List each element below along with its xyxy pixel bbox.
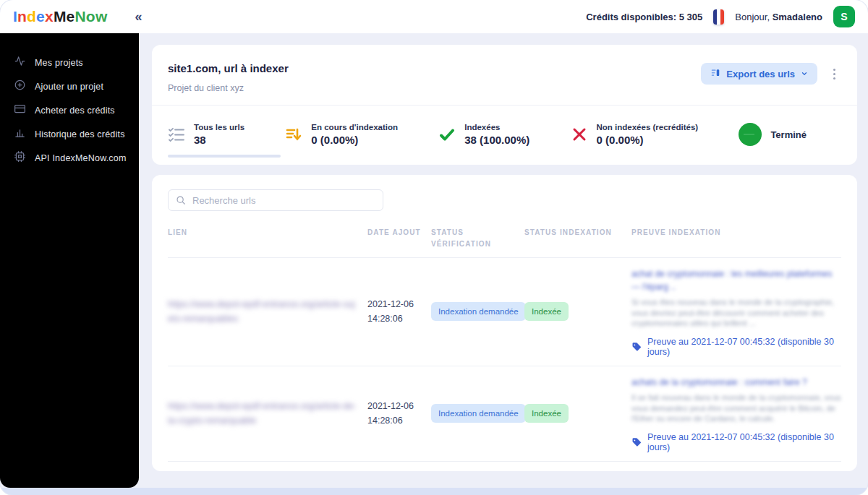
date-ajout-cell: 2021-12-0614:28:06 — [367, 390, 431, 436]
column-header-status-verification: Status vérification — [431, 227, 524, 250]
cross-icon — [571, 126, 588, 143]
proof-excerpt-redacted: Il se fait nouveau dans le monde de la c… — [631, 392, 841, 424]
sidebar-item-historique-credits[interactable]: Historique des crédits — [0, 122, 139, 146]
proof-title-redacted: achat de cryptomonnaie : les meilleures … — [631, 267, 841, 293]
proof-excerpt-redacted: Si vous êtes nouveau dans le monde de la… — [631, 297, 841, 329]
logo-letter: o — [86, 8, 95, 25]
cpu-icon — [14, 151, 25, 165]
credit-card-icon — [14, 103, 25, 117]
column-header-date-ajout: Date ajout — [367, 227, 431, 250]
search-box — [168, 189, 383, 211]
logo-letter: N — [75, 8, 85, 25]
status-indexation-badge: Indexée — [524, 302, 569, 321]
table-header: Lien Date ajout Status vérification Stat… — [168, 227, 841, 258]
table-row: https://www.depot-epdf-entrance.org/arti… — [168, 366, 841, 462]
proof-title-redacted: achats de la cryptomonnaie : comment fai… — [631, 376, 841, 389]
plus-circle-icon — [14, 79, 25, 93]
preuve-indexation-cell: achat de cryptomonnaie : les meilleures … — [631, 258, 841, 366]
sidebar-item-label: Acheter des crédits — [35, 106, 115, 116]
tag-icon — [631, 342, 642, 352]
column-header-status-indexation: Status indexation — [524, 227, 631, 250]
sidebar-item-ajouter-projet[interactable]: Ajouter un projet — [0, 74, 139, 98]
status-indexation-badge: Indexée — [524, 404, 569, 423]
search-icon — [176, 195, 186, 205]
activity-icon — [14, 56, 25, 69]
search-input[interactable] — [192, 195, 375, 206]
stat-value: 0 (0.00%) — [311, 134, 398, 146]
urls-table-card: Lien Date ajout Status vérification Stat… — [152, 175, 857, 471]
checklist-icon — [168, 126, 185, 143]
sidebar: Mes projets Ajouter un projet Acheter de… — [0, 33, 139, 488]
stat-termine: Terminé — [739, 123, 807, 146]
project-subtitle: Projet du client xyz — [168, 83, 289, 93]
stat-value: 38 — [194, 134, 244, 146]
logo-letter: x — [45, 8, 54, 25]
credits-available-label: Crédits disponibles: 5 305 — [586, 12, 702, 22]
column-header-preuve-indexation: Preuve indexation — [631, 227, 841, 250]
status-circle-icon — [739, 123, 762, 146]
tag-icon — [631, 437, 642, 447]
logo-letter: w — [95, 8, 108, 25]
stat-indexees: Indexées 38 (100.00%) — [438, 123, 529, 146]
status-label: Terminé — [770, 129, 807, 140]
table-row: https://www.depot-epdf-entrance.org/arti… — [168, 462, 841, 471]
logo-letter: n — [17, 8, 27, 25]
logo-letter: d — [27, 8, 36, 25]
proof-link-label: Preuve au 2021-12-07 00:45:32 (disponibl… — [647, 432, 841, 452]
chevron-down-icon — [801, 70, 808, 77]
logo-letter: e — [36, 8, 45, 25]
preuve-indexation-cell: achats de la cryptomonnaie : comment fai… — [631, 366, 841, 461]
stat-label: Non indexées (recrédités) — [597, 123, 699, 132]
topbar: IndexMeNow « Crédits disponibles: 5 305 … — [0, 0, 868, 33]
stats-row: Tous les urls 38 En cours d'indexation 0… — [152, 106, 857, 165]
bar-chart-icon — [14, 127, 25, 141]
more-options-button[interactable] — [829, 66, 840, 82]
logo-letter: e — [67, 8, 75, 25]
date-ajout-cell: 2021-12-0614:28:06 — [367, 288, 431, 335]
url-link-redacted[interactable]: https://www.depot-epdf-entrance.org/arti… — [168, 297, 357, 327]
user-name: Smadaleno — [773, 12, 822, 22]
export-urls-button[interactable]: Export des urls — [701, 63, 817, 85]
indexing-queue-icon — [285, 126, 302, 143]
stat-progress-track — [168, 155, 281, 158]
stat-label: Tous les urls — [194, 123, 244, 132]
stat-value: 0 (0.00%) — [597, 134, 699, 146]
export-button-label: Export des urls — [726, 69, 795, 79]
status-verification-badge: Indexation demandée — [431, 404, 526, 423]
proof-link[interactable]: Preuve au 2021-12-07 00:45:32 (disponibl… — [631, 337, 841, 357]
status-verification-badge: Indexation demandée — [431, 302, 526, 321]
stat-label: En cours d'indexation — [311, 123, 398, 132]
stat-value: 38 (100.00%) — [464, 134, 529, 146]
sidebar-item-acheter-credits[interactable]: Acheter des crédits — [0, 98, 139, 122]
stat-en-cours-indexation: En cours d'indexation 0 (0.00%) — [285, 123, 398, 146]
sidebar-item-label: Ajouter un projet — [35, 82, 103, 92]
stat-label: Indexées — [464, 123, 529, 132]
french-flag-icon[interactable] — [713, 9, 724, 25]
sidebar-item-label: Historique des crédits — [35, 129, 125, 139]
sidebar-item-label: Mes projets — [35, 58, 83, 68]
stat-tous-les-urls: Tous les urls 38 — [168, 123, 244, 146]
main-content: site1.com, url à indexer Projet du clien… — [152, 33, 857, 495]
sidebar-collapse-icon[interactable]: « — [135, 10, 142, 23]
user-greeting: Bonjour, Smadaleno — [735, 12, 822, 22]
export-icon — [710, 68, 720, 80]
logo-letter: M — [54, 8, 67, 25]
url-link-redacted[interactable]: https://www.depot-epdf-entrance.org/arti… — [168, 399, 357, 429]
sidebar-item-mes-projets[interactable]: Mes projets — [0, 51, 139, 74]
table-row: https://www.depot-epdf-entrance.org/arti… — [168, 258, 841, 366]
proof-link-label: Preuve au 2021-12-07 00:45:32 (disponibl… — [647, 337, 841, 357]
app-window: IndexMeNow « Crédits disponibles: 5 305 … — [0, 0, 868, 495]
user-avatar[interactable]: S — [833, 6, 855, 27]
sidebar-item-api[interactable]: API IndexMeNow.com — [0, 146, 139, 170]
check-icon — [438, 126, 456, 143]
column-header-lien: Lien — [168, 227, 367, 250]
project-summary-card: site1.com, url à indexer Projet du clien… — [152, 45, 857, 165]
stat-non-indexees: Non indexées (recrédités) 0 (0.00%) — [571, 123, 699, 146]
page-title: site1.com, url à indexer — [168, 62, 289, 74]
preuve-indexation-cell: quelles sont les meilleures centrales du… — [631, 462, 841, 471]
sidebar-item-label: API IndexMeNow.com — [35, 153, 127, 163]
proof-link[interactable]: Preuve au 2021-12-07 00:45:32 (disponibl… — [631, 432, 841, 452]
indexmenow-logo[interactable]: IndexMeNow — [13, 8, 107, 25]
